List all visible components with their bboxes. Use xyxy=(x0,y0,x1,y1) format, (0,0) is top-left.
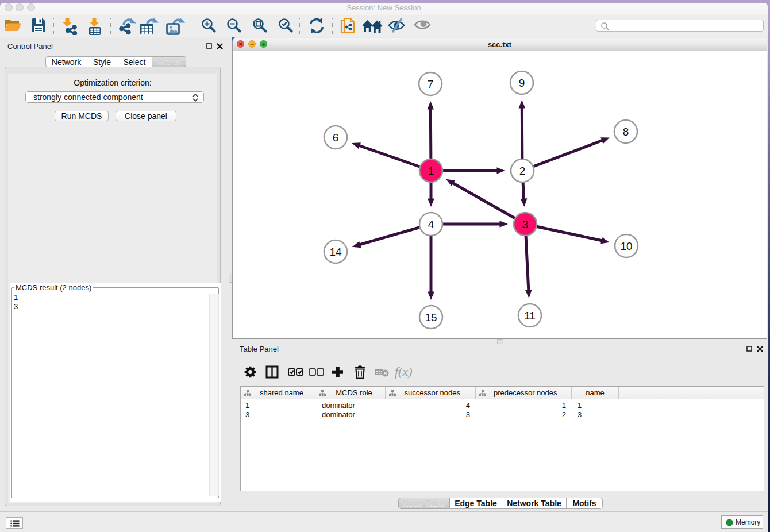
svg-text:7: 7 xyxy=(428,78,434,90)
svg-text:3: 3 xyxy=(522,218,529,230)
svg-text:2: 2 xyxy=(519,165,526,177)
svg-text:11: 11 xyxy=(524,310,536,322)
svg-text:14: 14 xyxy=(329,246,342,258)
svg-text:8: 8 xyxy=(623,126,629,138)
svg-text:10: 10 xyxy=(620,240,632,252)
svg-text:6: 6 xyxy=(333,132,339,144)
svg-text:4: 4 xyxy=(428,218,434,230)
svg-text:1: 1 xyxy=(428,165,434,177)
svg-text:9: 9 xyxy=(519,77,525,89)
svg-text:15: 15 xyxy=(425,311,437,323)
